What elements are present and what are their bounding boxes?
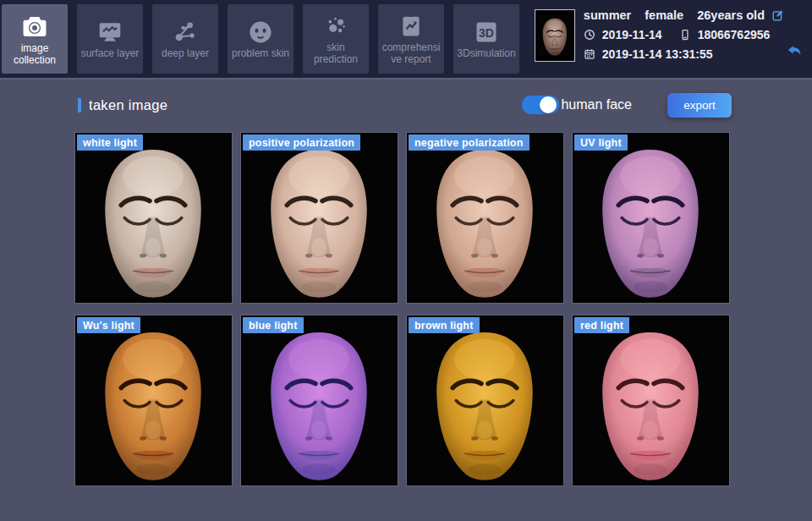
- face-image: [573, 315, 729, 485]
- tab-skin-prediction[interactable]: skin prediction: [303, 4, 369, 74]
- calendar-icon: [584, 48, 595, 60]
- tab-problem-skin[interactable]: problem skin: [228, 4, 294, 74]
- face-icon: [245, 19, 276, 46]
- tab-label: problem skin: [229, 48, 292, 60]
- image-panel-blue-light[interactable]: blue light: [240, 315, 398, 486]
- tab-image-collection[interactable]: image collection: [2, 4, 68, 74]
- tab-deep-layer[interactable]: deep layer: [152, 4, 218, 74]
- face-image: [75, 133, 232, 303]
- section-title: taken image: [89, 97, 167, 113]
- back-icon[interactable]: [785, 41, 804, 62]
- user-info-panel: summer female 26years old 2019-11-14: [535, 7, 807, 62]
- edit-icon[interactable]: [771, 8, 785, 22]
- tab-surface-layer[interactable]: surface layer: [77, 4, 143, 74]
- human-face-toggle[interactable]: [522, 96, 559, 114]
- export-button[interactable]: export: [667, 93, 732, 118]
- app-window: image collectionsurface layerdeep layerp…: [0, 0, 812, 521]
- user-date: 2019-11-14: [602, 28, 662, 41]
- tab-label: deep layer: [159, 48, 211, 60]
- tab-bar: image collectionsurface layerdeep layerp…: [0, 0, 519, 78]
- tab-label: comprehensive report: [378, 42, 444, 66]
- molecule-icon: [170, 19, 200, 46]
- user-phone: 18066762956: [698, 28, 771, 41]
- face-image: [407, 315, 563, 485]
- face-image: [75, 315, 232, 485]
- image-panel-white-light[interactable]: white light: [74, 132, 233, 304]
- image-label-chip: positive polarization: [243, 134, 360, 151]
- 3d-icon: 3D: [471, 19, 502, 46]
- face-image: [573, 133, 729, 303]
- toggle-knob: [540, 96, 557, 113]
- phone-icon: [679, 29, 691, 41]
- user-datetime: 2019-11-14 13:31:55: [602, 47, 713, 61]
- user-info: summer female 26years old 2019-11-14: [584, 7, 807, 62]
- face-image: [241, 133, 398, 303]
- image-label-chip: blue light: [243, 317, 304, 333]
- toggle-label: human face: [561, 97, 632, 112]
- monitor-icon: [95, 19, 125, 46]
- face-image: [241, 315, 398, 485]
- image-label-chip: UV light: [574, 134, 628, 151]
- user-gender: female: [645, 8, 683, 22]
- tab-3dsimulation[interactable]: 3D3Dsimulation: [453, 4, 519, 74]
- tab-label: 3Dsimulation: [454, 48, 518, 60]
- image-grid: white lightpositive polarizationnegative…: [74, 132, 812, 486]
- image-panel-uv-light[interactable]: UV light: [572, 132, 730, 304]
- image-label-chip: red light: [574, 317, 629, 333]
- section-accent-bar: [78, 98, 81, 112]
- image-panel-brown-light[interactable]: brown light: [406, 315, 564, 486]
- image-panel-wu-s-light[interactable]: Wu's light: [74, 315, 233, 486]
- bubbles-icon: [321, 13, 351, 40]
- svg-text:3D: 3D: [479, 25, 494, 39]
- tab-comprehensive-report[interactable]: comprehensive report: [378, 4, 444, 74]
- camera-icon: [19, 12, 51, 41]
- main-content: taken image human face export white ligh…: [0, 78, 812, 521]
- section-header: taken image human face export: [78, 86, 732, 123]
- face-image: [535, 10, 574, 61]
- top-bar: image collectionsurface layerdeep layerp…: [0, 0, 812, 78]
- clock-icon: [584, 29, 595, 41]
- avatar[interactable]: [535, 9, 575, 62]
- image-panel-negative-polarization[interactable]: negative polarization: [406, 132, 564, 304]
- tab-label: skin prediction: [303, 42, 369, 66]
- image-label-chip: Wu's light: [77, 317, 140, 333]
- image-label-chip: brown light: [409, 317, 480, 333]
- image-label-chip: negative polarization: [409, 134, 529, 151]
- user-age: 26years old: [697, 8, 765, 22]
- section-actions: human face export: [522, 93, 732, 118]
- image-panel-red-light[interactable]: red light: [572, 315, 730, 486]
- tab-label: surface layer: [79, 48, 142, 60]
- image-label-chip: white light: [77, 134, 143, 151]
- image-panel-positive-polarization[interactable]: positive polarization: [240, 132, 398, 304]
- tab-label: image collection: [2, 43, 68, 67]
- user-name: summer: [584, 8, 631, 22]
- report-icon: [397, 13, 425, 40]
- face-image: [407, 133, 563, 303]
